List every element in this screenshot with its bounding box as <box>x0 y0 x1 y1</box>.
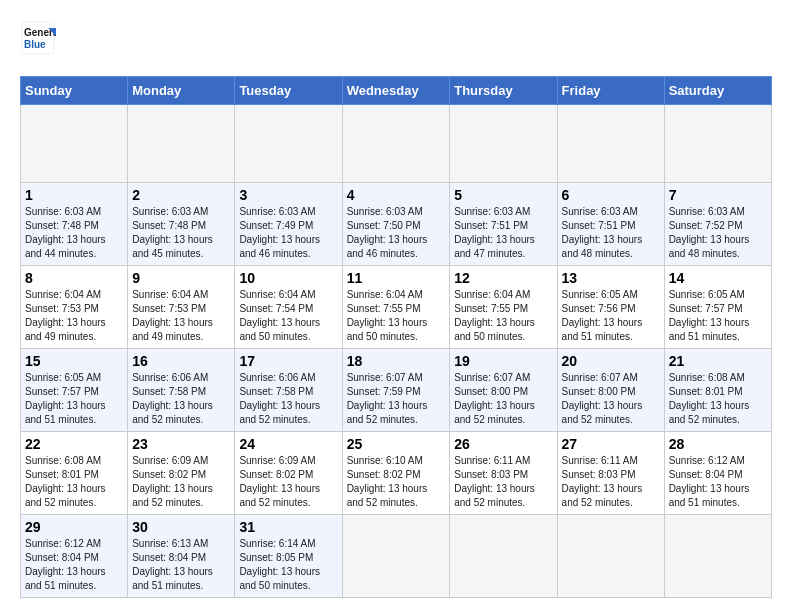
week-row-3: 15Sunrise: 6:05 AMSunset: 7:57 PMDayligh… <box>21 349 772 432</box>
day-detail: Sunrise: 6:05 AMSunset: 7:57 PMDaylight:… <box>25 371 123 427</box>
day-cell: 8Sunrise: 6:04 AMSunset: 7:53 PMDaylight… <box>21 266 128 349</box>
day-detail: Sunrise: 6:05 AMSunset: 7:57 PMDaylight:… <box>669 288 767 344</box>
day-cell: 1Sunrise: 6:03 AMSunset: 7:48 PMDaylight… <box>21 183 128 266</box>
day-number: 14 <box>669 270 767 286</box>
day-number: 19 <box>454 353 552 369</box>
day-cell: 17Sunrise: 6:06 AMSunset: 7:58 PMDayligh… <box>235 349 342 432</box>
day-detail: Sunrise: 6:06 AMSunset: 7:58 PMDaylight:… <box>239 371 337 427</box>
week-row-4: 22Sunrise: 6:08 AMSunset: 8:01 PMDayligh… <box>21 432 772 515</box>
day-number: 28 <box>669 436 767 452</box>
day-number: 16 <box>132 353 230 369</box>
day-cell: 3Sunrise: 6:03 AMSunset: 7:49 PMDaylight… <box>235 183 342 266</box>
header-wednesday: Wednesday <box>342 77 450 105</box>
day-detail: Sunrise: 6:12 AMSunset: 8:04 PMDaylight:… <box>25 537 123 593</box>
day-cell <box>557 105 664 183</box>
day-number: 21 <box>669 353 767 369</box>
day-number: 27 <box>562 436 660 452</box>
day-number: 29 <box>25 519 123 535</box>
day-number: 23 <box>132 436 230 452</box>
header-friday: Friday <box>557 77 664 105</box>
day-number: 15 <box>25 353 123 369</box>
day-number: 8 <box>25 270 123 286</box>
week-row-0 <box>21 105 772 183</box>
day-detail: Sunrise: 6:03 AMSunset: 7:48 PMDaylight:… <box>132 205 230 261</box>
day-cell <box>450 105 557 183</box>
day-detail: Sunrise: 6:03 AMSunset: 7:48 PMDaylight:… <box>25 205 123 261</box>
day-cell <box>664 515 771 598</box>
day-detail: Sunrise: 6:09 AMSunset: 8:02 PMDaylight:… <box>239 454 337 510</box>
day-detail: Sunrise: 6:07 AMSunset: 8:00 PMDaylight:… <box>562 371 660 427</box>
day-detail: Sunrise: 6:03 AMSunset: 7:51 PMDaylight:… <box>562 205 660 261</box>
day-number: 17 <box>239 353 337 369</box>
day-number: 4 <box>347 187 446 203</box>
day-cell: 24Sunrise: 6:09 AMSunset: 8:02 PMDayligh… <box>235 432 342 515</box>
day-cell: 16Sunrise: 6:06 AMSunset: 7:58 PMDayligh… <box>128 349 235 432</box>
day-detail: Sunrise: 6:06 AMSunset: 7:58 PMDaylight:… <box>132 371 230 427</box>
day-cell <box>235 105 342 183</box>
day-detail: Sunrise: 6:05 AMSunset: 7:56 PMDaylight:… <box>562 288 660 344</box>
day-detail: Sunrise: 6:11 AMSunset: 8:03 PMDaylight:… <box>562 454 660 510</box>
day-cell: 27Sunrise: 6:11 AMSunset: 8:03 PMDayligh… <box>557 432 664 515</box>
day-number: 10 <box>239 270 337 286</box>
day-detail: Sunrise: 6:13 AMSunset: 8:04 PMDaylight:… <box>132 537 230 593</box>
day-number: 24 <box>239 436 337 452</box>
header-row: SundayMondayTuesdayWednesdayThursdayFrid… <box>21 77 772 105</box>
day-number: 20 <box>562 353 660 369</box>
day-cell <box>128 105 235 183</box>
day-cell: 7Sunrise: 6:03 AMSunset: 7:52 PMDaylight… <box>664 183 771 266</box>
day-cell: 9Sunrise: 6:04 AMSunset: 7:53 PMDaylight… <box>128 266 235 349</box>
week-row-2: 8Sunrise: 6:04 AMSunset: 7:53 PMDaylight… <box>21 266 772 349</box>
day-cell: 6Sunrise: 6:03 AMSunset: 7:51 PMDaylight… <box>557 183 664 266</box>
day-number: 6 <box>562 187 660 203</box>
day-number: 1 <box>25 187 123 203</box>
logo: General Blue <box>20 20 60 60</box>
header-thursday: Thursday <box>450 77 557 105</box>
day-detail: Sunrise: 6:12 AMSunset: 8:04 PMDaylight:… <box>669 454 767 510</box>
day-detail: Sunrise: 6:04 AMSunset: 7:54 PMDaylight:… <box>239 288 337 344</box>
day-number: 7 <box>669 187 767 203</box>
header-sunday: Sunday <box>21 77 128 105</box>
day-cell: 21Sunrise: 6:08 AMSunset: 8:01 PMDayligh… <box>664 349 771 432</box>
day-number: 5 <box>454 187 552 203</box>
day-cell: 28Sunrise: 6:12 AMSunset: 8:04 PMDayligh… <box>664 432 771 515</box>
day-cell: 12Sunrise: 6:04 AMSunset: 7:55 PMDayligh… <box>450 266 557 349</box>
day-cell: 14Sunrise: 6:05 AMSunset: 7:57 PMDayligh… <box>664 266 771 349</box>
day-detail: Sunrise: 6:10 AMSunset: 8:02 PMDaylight:… <box>347 454 446 510</box>
day-detail: Sunrise: 6:03 AMSunset: 7:52 PMDaylight:… <box>669 205 767 261</box>
day-cell: 4Sunrise: 6:03 AMSunset: 7:50 PMDaylight… <box>342 183 450 266</box>
day-cell: 11Sunrise: 6:04 AMSunset: 7:55 PMDayligh… <box>342 266 450 349</box>
week-row-5: 29Sunrise: 6:12 AMSunset: 8:04 PMDayligh… <box>21 515 772 598</box>
day-detail: Sunrise: 6:04 AMSunset: 7:55 PMDaylight:… <box>347 288 446 344</box>
day-number: 2 <box>132 187 230 203</box>
day-detail: Sunrise: 6:03 AMSunset: 7:51 PMDaylight:… <box>454 205 552 261</box>
day-number: 30 <box>132 519 230 535</box>
day-number: 26 <box>454 436 552 452</box>
day-cell: 19Sunrise: 6:07 AMSunset: 8:00 PMDayligh… <box>450 349 557 432</box>
day-cell: 20Sunrise: 6:07 AMSunset: 8:00 PMDayligh… <box>557 349 664 432</box>
logo-icon: General Blue <box>20 20 56 56</box>
day-cell <box>450 515 557 598</box>
day-cell <box>664 105 771 183</box>
week-row-1: 1Sunrise: 6:03 AMSunset: 7:48 PMDaylight… <box>21 183 772 266</box>
day-detail: Sunrise: 6:07 AMSunset: 8:00 PMDaylight:… <box>454 371 552 427</box>
header-saturday: Saturday <box>664 77 771 105</box>
day-cell: 25Sunrise: 6:10 AMSunset: 8:02 PMDayligh… <box>342 432 450 515</box>
day-cell: 13Sunrise: 6:05 AMSunset: 7:56 PMDayligh… <box>557 266 664 349</box>
day-cell: 26Sunrise: 6:11 AMSunset: 8:03 PMDayligh… <box>450 432 557 515</box>
day-cell: 22Sunrise: 6:08 AMSunset: 8:01 PMDayligh… <box>21 432 128 515</box>
day-detail: Sunrise: 6:03 AMSunset: 7:50 PMDaylight:… <box>347 205 446 261</box>
day-cell: 31Sunrise: 6:14 AMSunset: 8:05 PMDayligh… <box>235 515 342 598</box>
day-cell: 30Sunrise: 6:13 AMSunset: 8:04 PMDayligh… <box>128 515 235 598</box>
day-number: 31 <box>239 519 337 535</box>
page-header: General Blue <box>20 20 772 60</box>
day-cell <box>557 515 664 598</box>
day-cell <box>21 105 128 183</box>
svg-text:Blue: Blue <box>24 39 46 50</box>
day-detail: Sunrise: 6:04 AMSunset: 7:53 PMDaylight:… <box>25 288 123 344</box>
day-cell: 29Sunrise: 6:12 AMSunset: 8:04 PMDayligh… <box>21 515 128 598</box>
day-cell: 18Sunrise: 6:07 AMSunset: 7:59 PMDayligh… <box>342 349 450 432</box>
day-detail: Sunrise: 6:08 AMSunset: 8:01 PMDaylight:… <box>669 371 767 427</box>
day-detail: Sunrise: 6:04 AMSunset: 7:55 PMDaylight:… <box>454 288 552 344</box>
day-detail: Sunrise: 6:08 AMSunset: 8:01 PMDaylight:… <box>25 454 123 510</box>
day-detail: Sunrise: 6:04 AMSunset: 7:53 PMDaylight:… <box>132 288 230 344</box>
